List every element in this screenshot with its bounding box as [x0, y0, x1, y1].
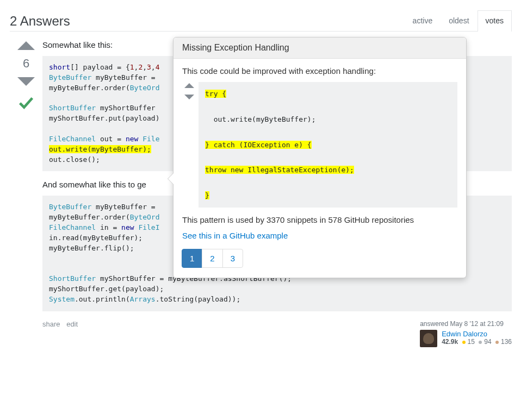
github-example-link[interactable]: See this in a GitHub example: [182, 231, 288, 240]
page-1-button[interactable]: 1: [182, 249, 202, 268]
upvote-icon[interactable]: [17, 41, 35, 50]
vote-column: 6: [10, 40, 42, 347]
popover-description: This code could be improved with excepti…: [182, 66, 457, 76]
reputation: 42.9k: [442, 338, 458, 346]
bronze-badge-count: 136: [501, 338, 512, 346]
user-card: answered May 8 '12 at 21:09 Edwin Dalorz…: [420, 320, 512, 347]
page-3-button[interactable]: 3: [222, 249, 243, 268]
answers-count-heading: 2 Answers: [10, 14, 70, 29]
popover-title: Missing Exception Handling: [173, 37, 466, 59]
snippet-upvote-icon[interactable]: [184, 83, 194, 88]
edit-link[interactable]: edit: [66, 320, 78, 328]
page-2-button[interactable]: 2: [202, 249, 222, 268]
downvote-icon[interactable]: [17, 77, 35, 86]
snippet-vote-column: [182, 82, 196, 208]
tab-oldest[interactable]: oldest: [441, 10, 477, 32]
avatar[interactable]: [420, 330, 437, 347]
pager: 1 2 3: [182, 249, 457, 268]
accepted-check-icon: [17, 93, 35, 114]
bronze-badge-dot-icon: [495, 341, 499, 344]
popover-arrow-icon: [168, 173, 173, 184]
silver-badge-dot-icon: [479, 341, 482, 344]
suggested-code-snippet: try { out.write(myByteBuffer); } catch (…: [199, 82, 457, 208]
highlighted-code-line: out.write(myByteBuffer);: [49, 145, 151, 153]
popover-stats: This pattern is used by 3370 snippets in…: [182, 215, 457, 224]
post-actions: share edit: [42, 320, 82, 347]
gold-badge-dot-icon: [462, 341, 466, 344]
tab-votes[interactable]: votes: [478, 10, 512, 32]
silver-badge-count: 94: [484, 338, 491, 346]
suggestion-popover: Missing Exception Handling This code cou…: [173, 37, 467, 278]
user-name-link[interactable]: Edwin Dalorzo: [442, 330, 512, 338]
snippet-downvote-icon[interactable]: [184, 95, 194, 99]
vote-count: 6: [23, 57, 29, 71]
answered-time: answered May 8 '12 at 21:09: [420, 320, 512, 328]
share-link[interactable]: share: [42, 320, 60, 328]
gold-badge-count: 15: [468, 338, 475, 346]
tab-active[interactable]: active: [405, 10, 441, 32]
sort-tabs: active oldest votes: [405, 10, 512, 31]
